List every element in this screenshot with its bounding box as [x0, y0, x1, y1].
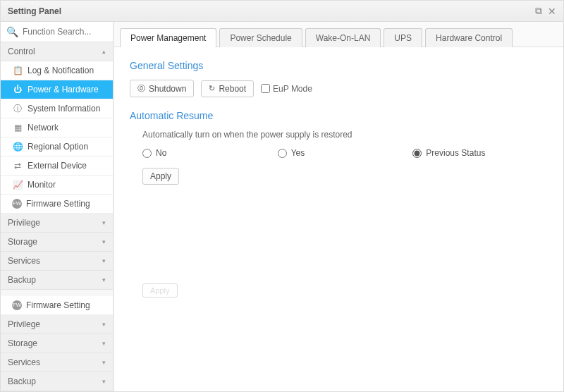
- titlebar: Setting Panel ⧉ ✕: [1, 1, 563, 22]
- chevron-down-icon: ▾: [102, 276, 106, 283]
- chevron-down-icon: ▾: [102, 257, 106, 264]
- sidebar-item-external-device[interactable]: ⇄ External Device: [1, 157, 113, 176]
- nav-label: Firmware Setting: [26, 300, 90, 311]
- tab-ups[interactable]: UPS: [384, 28, 422, 47]
- chevron-down-icon: ▾: [102, 359, 106, 366]
- nav-label: Regional Option: [27, 141, 88, 152]
- tab-hardware-control[interactable]: Hardware Control: [425, 28, 513, 47]
- button-label: Apply: [150, 171, 171, 181]
- radio-prev-input[interactable]: [412, 149, 422, 158]
- close-icon[interactable]: ✕: [548, 6, 556, 17]
- sidebar-section-backup-dup[interactable]: Backup ▾: [1, 372, 113, 391]
- apply-button-ghost: Apply: [142, 283, 178, 298]
- radio-label: Yes: [291, 148, 305, 158]
- sidebar-section-backup[interactable]: Backup ▾: [1, 271, 113, 290]
- radio-yes[interactable]: Yes: [278, 148, 413, 158]
- section-general-settings-title: General Settings: [130, 60, 548, 71]
- sidebar-item-regional-option[interactable]: 🌐 Regional Option: [1, 137, 113, 157]
- window-title: Setting Panel: [8, 6, 61, 16]
- section-label: Backup: [8, 275, 36, 285]
- content-area: Power Management Power Schedule Wake-On-…: [114, 22, 563, 391]
- firmware-icon: FW: [12, 199, 22, 209]
- eup-mode-checkbox[interactable]: EuP Mode: [261, 84, 312, 94]
- globe-icon: 🌐: [12, 141, 23, 152]
- sidebar-item-network[interactable]: ▦ Network: [1, 118, 113, 137]
- monitor-icon: 📈: [12, 179, 23, 190]
- search-box[interactable]: 🔍: [1, 22, 113, 42]
- tab-power-management[interactable]: Power Management: [120, 28, 216, 47]
- section-automatic-resume-title: Automatic Resume: [130, 110, 548, 121]
- chevron-down-icon: ▾: [102, 378, 106, 385]
- info-icon: ⓘ: [12, 103, 23, 114]
- search-icon: 🔍: [6, 26, 18, 37]
- sidebar-item-monitor[interactable]: 📈 Monitor: [1, 176, 113, 195]
- sidebar-section-privilege[interactable]: Privilege ▾: [1, 214, 113, 233]
- radio-previous-status[interactable]: Previous Status: [412, 148, 548, 158]
- checkbox-label: EuP Mode: [273, 84, 312, 94]
- search-input[interactable]: [18, 27, 107, 37]
- sidebar-item-firmware-setting[interactable]: FW Firmware Setting: [1, 195, 113, 214]
- shutdown-button[interactable]: ⓪ Shutdown: [130, 80, 194, 97]
- network-icon: ▦: [12, 122, 23, 133]
- chevron-down-icon: ▾: [102, 340, 106, 347]
- section-label: Privilege: [8, 218, 40, 228]
- nav-label: Firmware Setting: [26, 198, 90, 209]
- window-body: 🔍 Control ▴ 📋 Log & Notification ⏻ Power…: [1, 22, 563, 391]
- eup-mode-input[interactable]: [261, 84, 270, 93]
- chevron-down-icon: ▾: [102, 219, 106, 226]
- sidebar-section-storage[interactable]: Storage ▾: [1, 233, 113, 252]
- radio-no-input[interactable]: [142, 149, 152, 158]
- nav-label: Power & Hardware: [27, 84, 99, 95]
- section-label: Storage: [8, 338, 37, 348]
- section-label: Services: [8, 357, 40, 367]
- reboot-button[interactable]: ↻ Reboot: [201, 80, 254, 97]
- nav-label: Monitor: [27, 179, 56, 190]
- section-label: Privilege: [8, 319, 40, 329]
- button-label: Reboot: [219, 84, 246, 94]
- auto-resume-description: Automatically turn on when the power sup…: [142, 130, 548, 140]
- radio-label: No: [156, 148, 166, 158]
- nav-label: Network: [27, 122, 59, 133]
- nav-label: External Device: [27, 160, 87, 171]
- nav-label: System Information: [27, 103, 100, 114]
- section-label: Control: [8, 47, 35, 56]
- reboot-icon: ↻: [209, 84, 215, 93]
- power-icon: ⏻: [12, 84, 23, 95]
- device-icon: ⇄: [12, 160, 23, 171]
- tab-power-schedule[interactable]: Power Schedule: [219, 28, 302, 47]
- radio-label: Previous Status: [426, 148, 485, 158]
- tab-pane: General Settings ⓪ Shutdown ↻ Reboot EuP…: [114, 47, 563, 391]
- sidebar-section-control[interactable]: Control ▴: [1, 42, 113, 61]
- radio-yes-input[interactable]: [278, 149, 287, 158]
- firmware-icon: FW: [12, 300, 22, 310]
- apply-button[interactable]: Apply: [142, 168, 179, 185]
- sidebar-section-services-dup[interactable]: Services ▾: [1, 353, 113, 372]
- sidebar-item-log-notification[interactable]: 📋 Log & Notification: [1, 61, 113, 80]
- log-icon: 📋: [12, 65, 23, 76]
- chevron-up-icon: ▴: [102, 48, 106, 55]
- auto-resume-radio-row: No Yes Previous Status: [142, 148, 548, 158]
- section-label: Backup: [8, 376, 36, 386]
- section-label: Services: [8, 256, 40, 266]
- settings-window: Setting Panel ⧉ ✕ 🔍 Control ▴ 📋 Log & No…: [0, 0, 564, 392]
- sidebar: 🔍 Control ▴ 📋 Log & Notification ⏻ Power…: [1, 22, 114, 391]
- radio-no[interactable]: No: [142, 148, 278, 158]
- section-label: Storage: [8, 237, 37, 247]
- tab-wake-on-lan[interactable]: Wake-On-LAN: [305, 28, 381, 47]
- button-label: Shutdown: [149, 84, 186, 94]
- tab-bar: Power Management Power Schedule Wake-On-…: [114, 22, 563, 47]
- chevron-down-icon: ▾: [102, 321, 106, 328]
- sidebar-item-system-information[interactable]: ⓘ System Information: [1, 99, 113, 118]
- general-button-row: ⓪ Shutdown ↻ Reboot EuP Mode: [130, 80, 548, 97]
- sidebar-section-privilege-dup[interactable]: Privilege ▾: [1, 315, 113, 334]
- sidebar-item-firmware-setting-dup[interactable]: FW Firmware Setting: [1, 296, 113, 315]
- sidebar-section-storage-dup[interactable]: Storage ▾: [1, 334, 113, 353]
- nav-label: Log & Notification: [27, 65, 94, 76]
- sidebar-section-services[interactable]: Services ▾: [1, 252, 113, 271]
- restore-icon[interactable]: ⧉: [535, 5, 542, 17]
- sidebar-item-power-hardware[interactable]: ⏻ Power & Hardware: [1, 80, 113, 99]
- shutdown-icon: ⓪: [137, 83, 145, 94]
- chevron-down-icon: ▾: [102, 238, 106, 245]
